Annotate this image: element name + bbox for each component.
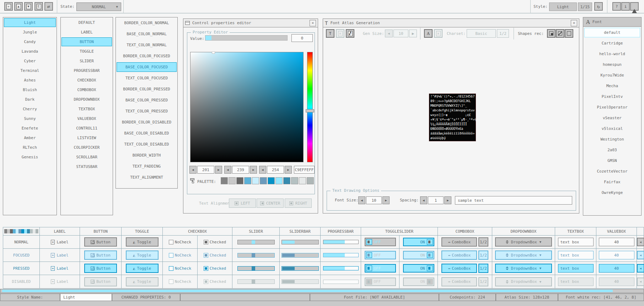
- demo-button[interactable]: Button: [84, 264, 117, 273]
- style-item-sunny[interactable]: Sunny: [4, 114, 56, 123]
- control-item-colorpicker[interactable]: COLORPICKER: [61, 143, 112, 152]
- demo-toggleslider-off[interactable]: OFF: [365, 251, 396, 259]
- align-right-button[interactable]: RIGHT: [285, 199, 312, 208]
- spacing-decrement[interactable]: ◀: [420, 196, 427, 204]
- align-left-button[interactable]: LEFT: [229, 199, 256, 208]
- font-item-pixeloperator[interactable]: PixelOperator: [584, 102, 640, 112]
- demo-slider[interactable]: [237, 253, 275, 258]
- demo-sliderbar[interactable]: [281, 279, 319, 284]
- demo-toggle[interactable]: ◭Toggle: [126, 250, 159, 260]
- control-item-checkbox[interactable]: CHECKBOX: [61, 76, 112, 85]
- control-item-toggle[interactable]: TOGGLE: [61, 47, 112, 56]
- style-item-terminal[interactable]: Terminal: [4, 66, 56, 75]
- spacing-value[interactable]: 1: [428, 196, 444, 204]
- property-item-border_color_focused[interactable]: BORDER_COLOR_FOCUSED: [117, 51, 177, 61]
- property-item-base_color_pressed[interactable]: BASE_COLOR_PRESSED: [117, 95, 177, 105]
- export-image-button[interactable]: ▞: [346, 29, 354, 38]
- palette-color-0[interactable]: [221, 177, 228, 184]
- font-atlas-image[interactable]: !"#$%&'()*+,-./0123456789:;<=>?@ABCDEFGH…: [429, 94, 476, 141]
- demo-checkbox-checked[interactable]: Checked: [204, 253, 226, 258]
- demo-toggle[interactable]: ◭Toggle: [126, 264, 159, 273]
- demo-spinner-cut[interactable]: ◀: [637, 264, 644, 273]
- hue-bar[interactable]: [307, 52, 313, 162]
- font-item-homespun[interactable]: homespun: [584, 60, 640, 69]
- font-item-gmsn[interactable]: GMSN: [584, 156, 640, 165]
- palette-color-3[interactable]: [244, 177, 251, 184]
- blue-decrement-button[interactable]: ◀: [259, 166, 266, 174]
- save-file-button[interactable]: ▼: [24, 2, 33, 11]
- open-file-button[interactable]: ▲: [14, 2, 23, 11]
- color-marker[interactable]: [212, 52, 215, 54]
- random-style-button[interactable]: ⇄: [44, 2, 53, 11]
- control-item-textbox[interactable]: TEXTBOX: [61, 105, 112, 114]
- demo-checkbox-unchecked[interactable]: NoCheck: [169, 266, 191, 271]
- demo-combobox-counter[interactable]: 1/2: [478, 277, 488, 286]
- red-decrement-button[interactable]: ◀: [189, 166, 197, 174]
- hue-handle[interactable]: [306, 109, 314, 112]
- scrollbar-thumb[interactable]: [2, 290, 613, 292]
- style-item-enefete[interactable]: Enefete: [4, 124, 56, 133]
- font-size-value[interactable]: 10: [366, 196, 382, 204]
- issue-button[interactable]: !: [630, 2, 639, 11]
- font-size-decrement[interactable]: ◀: [358, 196, 365, 204]
- control-item-control11[interactable]: CONTROL11: [61, 124, 112, 133]
- demo-dropdownbox[interactable]: DropdownBox▼: [495, 277, 552, 286]
- style-item-lavanda[interactable]: Lavanda: [4, 47, 56, 56]
- demo-textbox[interactable]: text box: [558, 278, 594, 286]
- demo-toggleslider-on[interactable]: ON: [403, 278, 434, 286]
- demo-checkbox-unchecked[interactable]: NoCheck: [169, 253, 191, 258]
- font-size-increment[interactable]: ▶: [382, 196, 390, 204]
- demo-sliderbar[interactable]: [281, 253, 319, 258]
- horizontal-scrollbar[interactable]: [0, 289, 644, 293]
- font-item-pixelintv[interactable]: PixelIntv: [584, 92, 640, 101]
- spacing-increment[interactable]: ▶: [444, 196, 451, 204]
- slider-thumb[interactable]: [252, 240, 255, 244]
- shapes-empty-button[interactable]: [565, 29, 573, 38]
- demo-toggleslider-on[interactable]: ON: [403, 238, 434, 246]
- style-item-ashes[interactable]: Ashes: [4, 76, 56, 85]
- gen-size-value[interactable]: 10: [393, 30, 408, 37]
- info-button[interactable]: i: [621, 2, 630, 11]
- font-item-cozettevector[interactable]: CozetteVector: [584, 167, 640, 176]
- palette-color-2[interactable]: [236, 177, 243, 184]
- property-item-text_color_focused[interactable]: TEXT_COLOR_FOCUSED: [117, 73, 177, 83]
- property-item-base_color_focused[interactable]: BASE_COLOR_FOCUSED: [117, 62, 177, 72]
- demo-combobox-counter[interactable]: 1/2: [478, 264, 488, 273]
- property-item-text_color_disabled[interactable]: TEXT_COLOR_DISABLED: [117, 139, 177, 149]
- font-item-mecha[interactable]: Mecha: [584, 81, 640, 91]
- shapes-corner-button[interactable]: [547, 29, 556, 38]
- style-item-jungle[interactable]: Jungle: [4, 28, 56, 37]
- demo-dropdownbox[interactable]: DropdownBox▼: [495, 237, 552, 247]
- control-item-scrollbar[interactable]: SCROLLBAR: [61, 153, 112, 162]
- demo-combobox-counter[interactable]: 1/2: [478, 250, 488, 260]
- palette-color-1[interactable]: [229, 177, 236, 184]
- font-item-kyrou7wide[interactable]: Kyrou7Wide: [584, 70, 640, 80]
- hex-value-box[interactable]: C9EFFEFF: [294, 166, 315, 174]
- control-item-dropdownbox[interactable]: DROPDOWNBOX: [61, 95, 112, 104]
- demo-spinner-cut[interactable]: ◀: [637, 278, 644, 286]
- style-item-rltech[interactable]: RLTech: [4, 143, 56, 152]
- control-item-listview[interactable]: LISTVIEW: [61, 133, 112, 142]
- style-item-genesis[interactable]: Genesis: [4, 153, 56, 162]
- demo-spinner-cut[interactable]: ◀: [637, 251, 644, 259]
- control-item-statusbar[interactable]: STATUSBAR: [61, 162, 112, 171]
- demo-textbox[interactable]: text box: [558, 251, 594, 259]
- font-default-button[interactable]: A: [424, 29, 433, 38]
- new-file-button[interactable]: +: [4, 2, 13, 11]
- clear-font-button[interactable]: x: [336, 29, 344, 38]
- font-item-2a03[interactable]: 2a03: [584, 145, 640, 155]
- style-listview[interactable]: LightJungleCandyLavandaCyberTerminalAshe…: [3, 17, 57, 215]
- blue-increment-button[interactable]: ▶: [285, 166, 292, 174]
- font-item-fairfax[interactable]: Fairfax: [584, 177, 640, 187]
- demo-toggleslider-on[interactable]: ON: [403, 264, 434, 273]
- demo-toggleslider-off[interactable]: OFF: [365, 278, 396, 286]
- font-item-westington[interactable]: Westington: [584, 134, 640, 144]
- property-item-text_padding[interactable]: TEXT_PADDING: [117, 162, 177, 171]
- style-item-amber[interactable]: Amber: [4, 133, 56, 142]
- demo-textbox[interactable]: text box: [558, 238, 594, 246]
- demo-sliderbar[interactable]: [281, 266, 319, 271]
- close-icon[interactable]: ×: [571, 20, 577, 26]
- palette-color-6[interactable]: [268, 177, 275, 184]
- green-value-box[interactable]: 239: [232, 166, 249, 174]
- demo-toggle[interactable]: ◭Toggle: [126, 277, 159, 286]
